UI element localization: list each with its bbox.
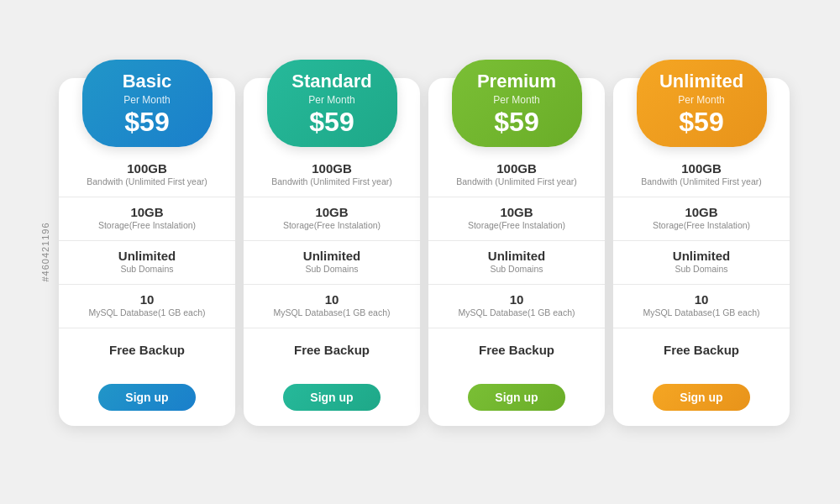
features-list-unlimited: 100GBBandwith (Unlimited First year)10GB… xyxy=(613,154,790,372)
feature-main-premium-2: Unlimited xyxy=(488,249,545,264)
feature-row-unlimited-1: 10GBStorage(Free Instalation) xyxy=(613,197,790,241)
plan-header-basic: BasicPer Month$59 xyxy=(82,60,213,146)
feature-main-unlimited-4: Free Backup xyxy=(664,343,739,358)
feature-main-standard-4: Free Backup xyxy=(294,343,370,358)
feature-sub-premium-3: MySQL Database(1 GB each) xyxy=(458,307,575,319)
feature-row-unlimited-4: Free Backup xyxy=(613,328,790,372)
plan-header-premium: PremiumPer Month$59 xyxy=(452,60,582,146)
pricing-table: BasicPer Month$59100GBBandwith (Unlimite… xyxy=(17,61,823,442)
plan-period-basic: Per Month xyxy=(91,94,204,106)
feature-row-standard-4: Free Backup xyxy=(244,328,420,372)
feature-row-standard-1: 10GBStorage(Free Instalation) xyxy=(244,197,420,241)
plan-period-premium: Per Month xyxy=(460,94,574,106)
feature-sub-unlimited-0: Bandwith (Unlimited First year) xyxy=(641,176,762,188)
feature-main-basic-2: Unlimited xyxy=(118,249,176,264)
feature-main-basic-4: Free Backup xyxy=(109,343,185,358)
plan-name-standard: Standard xyxy=(276,71,389,92)
feature-sub-premium-0: Bandwith (Unlimited First year) xyxy=(456,176,577,188)
feature-main-unlimited-1: 10GB xyxy=(685,205,717,220)
plan-period-standard: Per Month xyxy=(276,94,389,106)
feature-main-standard-1: 10GB xyxy=(315,205,348,220)
plan-period-unlimited: Per Month xyxy=(645,94,759,106)
feature-row-unlimited-0: 100GBBandwith (Unlimited First year) xyxy=(613,154,790,197)
signup-button-basic[interactable]: Sign up xyxy=(98,384,195,411)
plan-header-unlimited: UnlimitedPer Month$59 xyxy=(637,60,767,146)
plan-price-basic: $59 xyxy=(91,108,204,137)
feature-main-basic-3: 10 xyxy=(140,292,155,307)
plan-card-unlimited: UnlimitedPer Month$59100GBBandwith (Unli… xyxy=(613,78,790,425)
feature-sub-unlimited-3: MySQL Database(1 GB each) xyxy=(643,307,759,319)
feature-row-basic-1: 10GBStorage(Free Instalation) xyxy=(59,197,235,241)
feature-sub-unlimited-2: Sub Domains xyxy=(675,264,727,276)
feature-main-premium-1: 10GB xyxy=(500,205,533,220)
feature-main-basic-1: 10GB xyxy=(130,205,163,220)
plan-name-unlimited: Unlimited xyxy=(645,71,759,92)
feature-row-standard-0: 100GBBandwith (Unlimited First year) xyxy=(244,154,420,197)
plan-price-standard: $59 xyxy=(276,108,389,137)
plan-card-basic: BasicPer Month$59100GBBandwith (Unlimite… xyxy=(59,78,235,425)
signup-button-premium[interactable]: Sign up xyxy=(468,384,564,411)
feature-row-basic-2: UnlimitedSub Domains xyxy=(59,241,235,285)
features-list-premium: 100GBBandwith (Unlimited First year)10GB… xyxy=(428,154,605,372)
feature-row-standard-2: UnlimitedSub Domains xyxy=(244,241,420,285)
plan-card-premium: PremiumPer Month$59100GBBandwith (Unlimi… xyxy=(428,78,605,425)
feature-main-unlimited-0: 100GB xyxy=(681,161,722,176)
feature-main-standard-2: Unlimited xyxy=(303,249,360,264)
plan-name-basic: Basic xyxy=(91,71,204,92)
signup-button-unlimited[interactable]: Sign up xyxy=(653,384,749,411)
feature-row-unlimited-3: 10MySQL Database(1 GB each) xyxy=(613,285,790,328)
feature-main-unlimited-3: 10 xyxy=(695,292,709,307)
feature-main-premium-3: 10 xyxy=(510,292,524,307)
feature-row-unlimited-2: UnlimitedSub Domains xyxy=(613,241,790,285)
feature-main-premium-0: 100GB xyxy=(496,161,537,176)
feature-row-premium-0: 100GBBandwith (Unlimited First year) xyxy=(428,154,605,197)
feature-sub-basic-0: Bandwith (Unlimited First year) xyxy=(87,176,207,188)
signup-button-standard[interactable]: Sign up xyxy=(283,384,380,411)
feature-main-unlimited-2: Unlimited xyxy=(673,249,730,264)
feature-main-premium-4: Free Backup xyxy=(479,343,554,358)
feature-row-premium-1: 10GBStorage(Free Instalation) xyxy=(428,197,605,241)
plan-name-premium: Premium xyxy=(460,71,574,92)
feature-row-basic-3: 10MySQL Database(1 GB each) xyxy=(59,285,235,328)
plan-price-unlimited: $59 xyxy=(645,108,759,137)
features-list-basic: 100GBBandwith (Unlimited First year)10GB… xyxy=(59,154,235,372)
feature-row-premium-4: Free Backup xyxy=(428,328,605,372)
watermark-label: #460421196 xyxy=(40,222,50,281)
feature-sub-unlimited-1: Storage(Free Instalation) xyxy=(653,220,750,232)
feature-sub-premium-2: Sub Domains xyxy=(490,264,543,276)
features-list-standard: 100GBBandwith (Unlimited First year)10GB… xyxy=(244,154,420,372)
feature-sub-basic-1: Storage(Free Instalation) xyxy=(98,220,196,232)
feature-row-basic-4: Free Backup xyxy=(59,328,235,372)
feature-row-premium-3: 10MySQL Database(1 GB each) xyxy=(428,285,605,328)
feature-main-standard-0: 100GB xyxy=(312,161,352,176)
feature-main-basic-0: 100GB xyxy=(127,161,167,176)
feature-main-standard-3: 10 xyxy=(325,292,339,307)
feature-row-premium-2: UnlimitedSub Domains xyxy=(428,241,605,285)
feature-sub-standard-0: Bandwith (Unlimited First year) xyxy=(271,176,392,188)
plan-header-standard: StandardPer Month$59 xyxy=(267,60,397,146)
feature-sub-basic-3: MySQL Database(1 GB each) xyxy=(88,307,205,319)
plan-price-premium: $59 xyxy=(460,108,574,137)
feature-sub-standard-2: Sub Domains xyxy=(305,264,358,276)
plan-card-standard: StandardPer Month$59100GBBandwith (Unlim… xyxy=(244,78,420,425)
feature-sub-premium-1: Storage(Free Instalation) xyxy=(468,220,565,232)
feature-sub-standard-3: MySQL Database(1 GB each) xyxy=(273,307,390,319)
feature-row-standard-3: 10MySQL Database(1 GB each) xyxy=(244,285,420,328)
feature-row-basic-0: 100GBBandwith (Unlimited First year) xyxy=(59,154,235,197)
feature-sub-standard-1: Storage(Free Instalation) xyxy=(283,220,381,232)
feature-sub-basic-2: Sub Domains xyxy=(120,264,173,276)
